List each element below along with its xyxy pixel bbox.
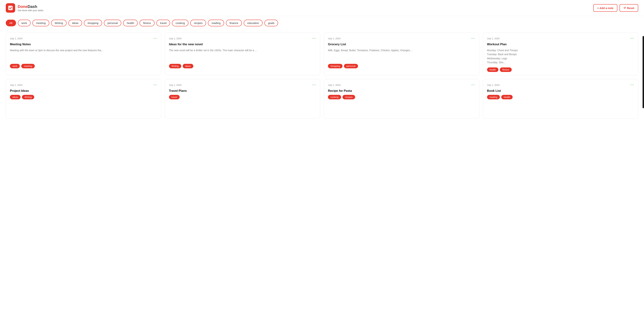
card-7: July 1, 2024···Book Listreadinghealth [483,79,638,119]
card-title-7: Book List [487,89,634,93]
card-menu-6[interactable]: ··· [471,83,475,87]
filter-tag-work[interactable]: work [18,20,31,26]
card-title-6: Recipe for Pasta [328,89,475,93]
logo-subtitle: Get done with your tasks [18,9,44,12]
card-menu-2[interactable]: ··· [471,37,475,40]
card-menu-3[interactable]: ··· [630,37,634,40]
header-left: DoneDash Get done with your tasks [6,3,44,13]
logo-icon [6,3,15,13]
filter-tag-ideas[interactable]: ideas [68,20,82,26]
card-tags-0: workmeeting [10,64,157,68]
logo-dash: Dash [28,4,37,9]
card-date-7: July 1, 2024 [487,84,500,86]
svg-rect-0 [8,6,13,10]
header-actions: + Add a note ↺ Reset [593,4,638,12]
card-tag-6-1[interactable]: recipes [342,95,355,99]
filter-tag-goals[interactable]: goals [264,20,278,26]
card-body-0: Meeting with the team at 3pm to discuss … [10,48,157,61]
card-6: July 1, 2024···Recipe for Pastacookingre… [324,79,479,119]
card-tag-7-1[interactable]: health [501,95,512,99]
card-title-5: Travel Plans [169,89,316,93]
card-date-0: July 1, 2024 [10,37,22,40]
card-tags-4: ideasWriting [10,95,157,99]
logo-text: DoneDash Get done with your tasks [18,4,44,12]
card-menu-1[interactable]: ··· [312,37,316,40]
card-tag-2-0[interactable]: shopping [328,64,342,68]
card-header-1: July 1, 2024··· [169,37,316,40]
reset-label: Reset [627,7,634,10]
card-tag-6-0[interactable]: cooking [328,95,341,99]
card-tag-7-0[interactable]: reading [487,95,500,99]
card-header-5: July 1, 2024··· [169,83,316,87]
card-date-3: July 1, 2024 [487,37,500,40]
scrollbar[interactable] [642,36,644,108]
filter-tag-cooking[interactable]: cooking [172,20,188,26]
card-date-4: July 1, 2024 [10,84,22,86]
card-tag-1-1[interactable]: ideas [183,64,193,68]
logo-name: DoneDash [18,4,44,9]
logo-done: Done [18,4,28,9]
card-header-7: July 1, 2024··· [487,83,634,87]
filter-tag-writing[interactable]: Writing [51,20,66,26]
card-title-3: Workout Plan [487,43,634,46]
card-tag-3-1[interactable]: fitness [500,67,512,72]
card-tag-4-1[interactable]: Writing [22,95,34,99]
filters-bar: AllworkmeetingWritingideasshoppingperson… [0,16,644,28]
card-menu-7[interactable]: ··· [630,83,634,87]
card-tags-6: cookingrecipes [328,95,475,99]
cards-grid: July 1, 2024···Meeting NotesMeeting with… [0,28,644,123]
card-menu-0[interactable]: ··· [153,37,157,40]
card-title-2: Grocery List [328,43,475,46]
card-title-1: Ideas for the new novel [169,43,316,46]
card-2: July 1, 2024···Grocery ListMilk, Eggs, B… [324,33,479,75]
card-date-5: July 1, 2024 [169,84,182,86]
card-body-3: Monday: Chest and Triceps Tuesday: Back … [487,48,634,65]
card-body-1: The new novel will be a thriller set in … [169,48,316,61]
card-date-1: July 1, 2024 [169,37,182,40]
logo-svg [8,5,13,11]
card-tag-5-0[interactable]: travel [169,95,180,99]
card-1: July 1, 2024···Ideas for the new novelTh… [165,33,320,75]
card-header-0: July 1, 2024··· [10,37,157,40]
card-4: July 1, 2024···Project IdeasideasWriting [6,79,161,119]
card-tags-3: healthfitness [487,67,634,72]
card-tag-4-0[interactable]: ideas [10,95,20,99]
filter-tag-shopping[interactable]: shopping [84,20,102,26]
card-tag-1-0[interactable]: Writing [169,64,181,68]
card-tags-1: Writingideas [169,64,316,68]
card-tags-2: shoppingpersonal [328,64,475,68]
filter-tag-education[interactable]: education [244,20,262,26]
filter-tag-personal[interactable]: personal [104,20,122,26]
card-tag-2-1[interactable]: personal [344,64,358,68]
card-menu-4[interactable]: ··· [153,83,157,87]
header: DoneDash Get done with your tasks + Add … [0,0,644,16]
card-date-6: July 1, 2024 [328,84,340,86]
filter-tag-fitness[interactable]: fitness [140,20,154,26]
add-note-button[interactable]: + Add a note [593,4,617,12]
filter-tag-recipes[interactable]: recipes [190,20,206,26]
card-tag-0-0[interactable]: work [10,64,20,68]
card-header-6: July 1, 2024··· [328,83,475,87]
card-title-4: Project Ideas [10,89,157,93]
reset-icon: ↺ [624,6,626,10]
card-header-2: July 1, 2024··· [328,37,475,40]
card-3: July 1, 2024···Workout PlanMonday: Chest… [483,33,638,75]
filter-tag-meeting[interactable]: meeting [32,20,49,26]
card-5: July 1, 2024···Travel Planstravel [165,79,320,119]
filter-tag-all[interactable]: All [6,20,16,26]
filter-tag-health[interactable]: health [123,20,138,26]
card-tag-0-1[interactable]: meeting [21,64,34,68]
card-header-3: July 1, 2024··· [487,37,634,40]
card-0: July 1, 2024···Meeting NotesMeeting with… [6,33,161,75]
card-title-0: Meeting Notes [10,43,157,46]
filter-tag-reading[interactable]: reading [208,20,224,26]
card-tag-3-0[interactable]: health [487,67,498,72]
card-tags-7: readinghealth [487,95,634,99]
card-header-4: July 1, 2024··· [10,83,157,87]
card-menu-5[interactable]: ··· [312,83,316,87]
reset-button[interactable]: ↺ Reset [620,4,638,12]
card-date-2: July 1, 2024 [328,37,340,40]
card-body-2: Milk, Eggs, Bread, Butter, Tomatoes, Pot… [328,48,475,61]
filter-tag-finance[interactable]: finance [226,20,242,26]
filter-tag-travel[interactable]: travel [156,20,170,26]
